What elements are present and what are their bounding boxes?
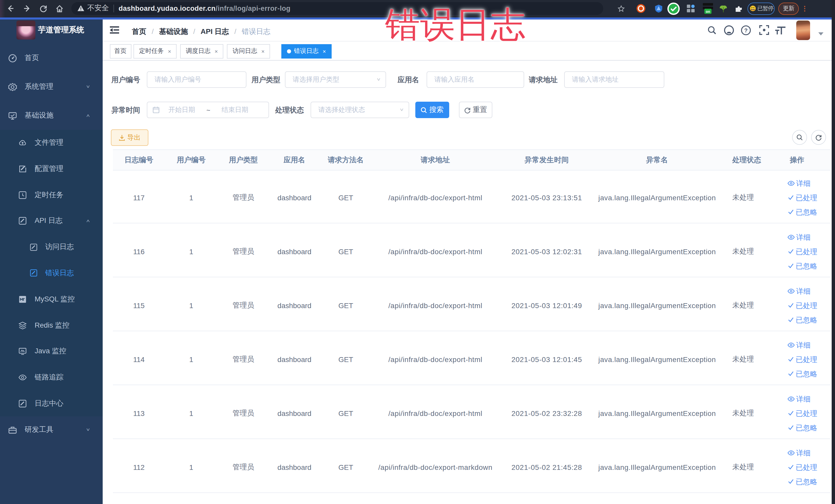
svg-text:on: on	[706, 9, 710, 14]
svg-text:?: ?	[744, 27, 748, 33]
